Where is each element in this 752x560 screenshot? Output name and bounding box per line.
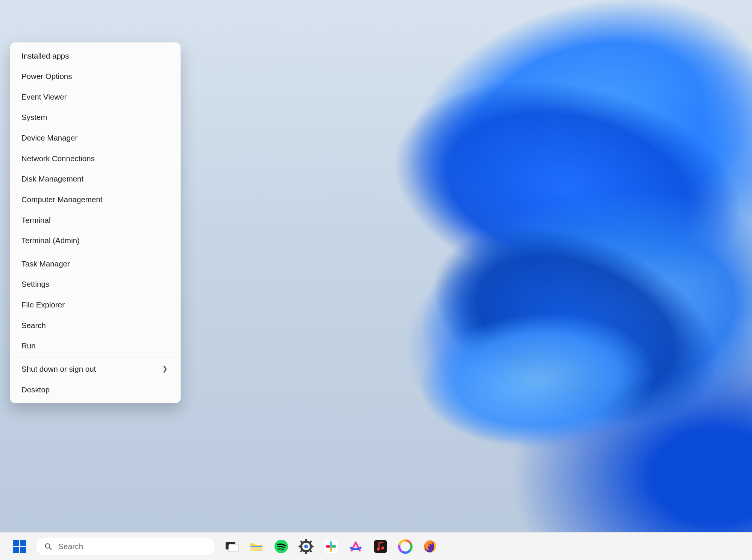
taskbar <box>0 532 752 560</box>
menu-item-label: Terminal (Admin) <box>21 236 80 245</box>
taskbar-app-settings[interactable] <box>297 537 315 555</box>
svg-line-14 <box>309 542 311 543</box>
taskbar-search[interactable] <box>35 537 216 556</box>
taskbar-app-spotify[interactable] <box>272 537 290 555</box>
menu-item-label: Power Options <box>21 71 72 81</box>
menu-item-task-manager[interactable]: Task Manager <box>10 253 180 274</box>
firefox-icon <box>422 539 438 554</box>
chevron-right-icon: ❯ <box>162 365 168 373</box>
menu-item-label: Installed apps <box>21 51 69 61</box>
menu-item-label: Desktop <box>21 385 50 395</box>
search-input[interactable] <box>58 542 207 551</box>
svg-rect-3 <box>229 544 238 552</box>
taskbar-app-slack[interactable] <box>322 537 340 555</box>
menu-item-label: Disk Management <box>21 174 83 184</box>
menu-item-label: Shut down or sign out <box>21 364 96 374</box>
taskbar-app-explorer[interactable] <box>247 537 265 555</box>
svg-line-13 <box>309 550 311 551</box>
menu-item-device-manager[interactable]: Device Manager <box>10 128 180 148</box>
taskbar-app-taskview[interactable] <box>223 537 241 555</box>
menu-item-label: System <box>21 112 47 122</box>
menu-item-run[interactable]: Run <box>10 336 180 356</box>
svg-line-15 <box>301 550 303 551</box>
menu-item-label: Network Connections <box>21 154 95 163</box>
svg-point-16 <box>304 545 308 548</box>
menu-item-file-explorer[interactable]: File Explorer <box>10 295 180 315</box>
arc-icon <box>348 539 364 554</box>
search-icon <box>44 542 52 551</box>
menu-item-label: Search <box>21 321 46 330</box>
menu-separator <box>11 357 180 357</box>
folder-icon <box>249 539 264 554</box>
taskbar-app-firefox[interactable] <box>421 537 439 555</box>
menu-item-label: Terminal <box>21 215 50 225</box>
gear-icon <box>298 539 314 554</box>
menu-item-power-options[interactable]: Power Options <box>10 66 180 87</box>
taskview-icon <box>224 539 240 554</box>
svg-rect-18 <box>330 541 332 546</box>
slack-icon <box>323 539 339 554</box>
taskbar-app-itunes[interactable] <box>371 537 390 555</box>
svg-line-1 <box>49 548 51 549</box>
menu-item-shutdown-signout[interactable]: Shut down or sign out ❯ <box>10 359 180 379</box>
winx-context-menu[interactable]: Installed apps Power Options Event Viewe… <box>10 42 181 403</box>
menu-item-label: Run <box>21 341 36 351</box>
windows-logo-icon <box>13 540 26 553</box>
menu-item-disk-management[interactable]: Disk Management <box>10 169 180 189</box>
menu-item-label: Event Viewer <box>21 92 67 102</box>
menu-item-search[interactable]: Search <box>10 315 180 336</box>
svg-rect-22 <box>374 540 387 553</box>
svg-point-23 <box>377 548 380 551</box>
taskbar-app-arc[interactable] <box>347 537 365 555</box>
menu-separator <box>11 252 180 252</box>
menu-item-label: Task Manager <box>21 259 70 269</box>
menu-item-terminal-admin[interactable]: Terminal (Admin) <box>10 230 180 251</box>
menu-item-label: Device Manager <box>21 133 77 143</box>
svg-point-24 <box>381 546 384 549</box>
music-note-icon <box>373 539 388 554</box>
menu-item-event-viewer[interactable]: Event Viewer <box>10 86 180 107</box>
svg-line-12 <box>301 542 303 543</box>
svg-rect-21 <box>326 545 331 548</box>
menu-item-settings[interactable]: Settings <box>10 274 180 295</box>
svg-rect-5 <box>250 546 262 547</box>
taskbar-app-copilot[interactable] <box>396 537 414 555</box>
svg-rect-20 <box>330 547 332 552</box>
copilot-icon <box>397 539 413 554</box>
menu-item-label: Settings <box>21 279 49 289</box>
svg-rect-19 <box>331 545 336 548</box>
menu-item-system[interactable]: System <box>10 107 180 128</box>
start-button[interactable] <box>11 537 29 555</box>
menu-item-network-connections[interactable]: Network Connections <box>10 148 180 169</box>
spotify-icon <box>273 539 289 554</box>
menu-item-terminal[interactable]: Terminal <box>10 210 180 230</box>
menu-item-label: Computer Management <box>21 195 102 204</box>
menu-item-installed-apps[interactable]: Installed apps <box>10 45 180 66</box>
menu-item-desktop[interactable]: Desktop <box>10 379 180 400</box>
menu-item-label: File Explorer <box>21 300 65 310</box>
menu-item-computer-management[interactable]: Computer Management <box>10 189 180 210</box>
